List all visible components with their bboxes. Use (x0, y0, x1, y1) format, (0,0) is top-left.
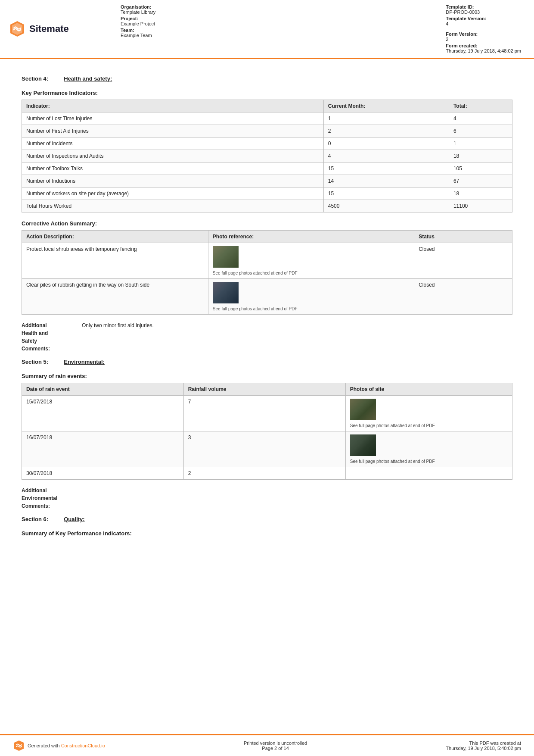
footer-link[interactable]: ConstructionCloud.io (61, 743, 105, 748)
rain-date-3: 30/07/2018 (22, 467, 184, 480)
ca-photo-2: See full page photos attached at end of … (208, 279, 414, 315)
rain-events-table: Date of rain event Rainfall volume Photo… (22, 383, 512, 480)
rain-thumbnail-2 (350, 434, 376, 456)
rain-thumbnail-1 (350, 399, 376, 420)
kpi-cell-0-0: Number of Lost Time Injuries (22, 112, 324, 125)
sitemate-logo-icon (9, 20, 26, 37)
form-created-row: Form created: Thursday, 19 July 2018, 4:… (446, 43, 521, 53)
table-row: 15/07/2018 7 See full page photos attach… (22, 396, 512, 431)
rain-photo-1: See full page photos attached at end of … (345, 396, 512, 431)
section5-heading: Section 5: Environmental: (22, 359, 512, 365)
table-row: Clear piles of rubbish getting in the wa… (22, 279, 512, 315)
kpi-cell-0-1: 1 (323, 112, 449, 125)
template-version-row: Template Version: 4 Form Version: 2 (446, 16, 521, 42)
kpi-cell-5-0: Number of Inductions (22, 175, 324, 187)
rain-col-photos: Photos of site (345, 383, 512, 396)
summary-kpi-heading: Summary of Key Performance Indicators: (22, 530, 512, 537)
kpi-cell-5-2: 67 (449, 175, 512, 187)
kpi-cell-3-1: 4 (323, 150, 449, 162)
table-row: Protect local shrub areas with temporary… (22, 243, 512, 279)
logo-area: Sitemate (9, 4, 95, 53)
page: Sitemate Organisation: Template Library … (0, 0, 534, 756)
rain-events-heading: Summary of rain events: (22, 373, 512, 379)
kpi-cell-1-2: 6 (449, 125, 512, 137)
ca-col-status: Status (414, 231, 512, 243)
header-meta-left: Organisation: Template Library Project: … (121, 4, 155, 53)
section4-heading: Section 4: Health and safety: (22, 75, 512, 82)
kpi-col-total: Total: (449, 100, 512, 112)
kpi-cell-7-2: 11100 (449, 200, 512, 212)
kpi-cell-6-0: Number of workers on site per day (avera… (22, 187, 324, 200)
kpi-cell-2-0: Number of Incidents (22, 137, 324, 150)
kpi-cell-2-2: 1 (449, 137, 512, 150)
rain-photo-caption-1: See full page photos attached at end of … (350, 423, 508, 428)
rain-photo-2: See full page photos attached at end of … (345, 431, 512, 467)
ca-col-photo: Photo reference: (208, 231, 414, 243)
ca-photo-1: See full page photos attached at end of … (208, 243, 414, 279)
svg-marker-2 (14, 740, 24, 751)
kpi-heading: Key Performance Indicators: (22, 90, 512, 96)
kpi-cell-5-1: 14 (323, 175, 449, 187)
footer-created-text: This PDF was created at (446, 740, 521, 746)
header: Sitemate Organisation: Template Library … (0, 0, 534, 59)
additional-environmental: AdditionalEnvironmentalComments: (22, 487, 512, 510)
ca-status-2: Closed (414, 279, 512, 315)
rain-volume-1: 7 (183, 396, 345, 431)
footer-logo-icon (13, 740, 25, 752)
kpi-cell-3-2: 18 (449, 150, 512, 162)
kpi-cell-6-2: 18 (449, 187, 512, 200)
table-row: Number of Lost Time Injuries14 (22, 112, 512, 125)
table-row: Total Hours Worked450011100 (22, 200, 512, 212)
kpi-col-indicator: Indicator: (22, 100, 324, 112)
corrective-action-heading: Corrective Action Summary: (22, 220, 512, 227)
footer-page: Page 2 of 14 (244, 746, 307, 751)
kpi-cell-4-2: 105 (449, 162, 512, 175)
kpi-cell-1-1: 2 (323, 125, 449, 137)
ca-photo-caption-1: See full page photos attached at end of … (213, 271, 410, 275)
kpi-col-current-month: Current Month: (323, 100, 449, 112)
rain-volume-2: 3 (183, 431, 345, 467)
kpi-cell-7-0: Total Hours Worked (22, 200, 324, 212)
rain-photo-caption-2: See full page photos attached at end of … (350, 459, 508, 464)
photo-thumbnail-2 (213, 282, 239, 303)
footer-right: This PDF was created at Thursday, 19 Jul… (446, 740, 521, 751)
main-content: Section 4: Health and safety: Key Perfor… (0, 59, 534, 734)
rain-photo-3 (345, 467, 512, 480)
team-row: Team: Example Team (121, 28, 155, 38)
table-row: 30/07/2018 2 (22, 467, 512, 480)
logo-text: Sitemate (29, 23, 69, 34)
rain-col-date: Date of rain event (22, 383, 184, 396)
ca-status-1: Closed (414, 243, 512, 279)
footer-logo-area: Generated with ConstructionCloud.io (13, 740, 105, 752)
rain-date-1: 15/07/2018 (22, 396, 184, 431)
table-row: Number of Inspections and Audits418 (22, 150, 512, 162)
footer-created-date: Thursday, 19 July 2018, 5:40:02 pm (446, 746, 521, 751)
rain-volume-3: 2 (183, 467, 345, 480)
ca-col-action: Action Description: (22, 231, 208, 243)
rain-col-volume: Rainfall volume (183, 383, 345, 396)
table-row: Number of Incidents01 (22, 137, 512, 150)
additional-hs-label: AdditionalHealth andSafetyComments: (22, 322, 78, 353)
table-row: Number of workers on site per day (avera… (22, 187, 512, 200)
additional-health-safety: AdditionalHealth andSafetyComments: Only… (22, 322, 512, 353)
corrective-action-table: Action Description: Photo reference: Sta… (22, 230, 512, 315)
additional-hs-value: Only two minor first aid injuries. (82, 322, 154, 353)
footer-generated-text: Generated with ConstructionCloud.io (28, 743, 105, 748)
template-id-row: Template ID: DP-PROD-0003 (446, 4, 521, 15)
rain-date-2: 16/07/2018 (22, 431, 184, 467)
table-row: Number of First Aid Injuries26 (22, 125, 512, 137)
kpi-cell-6-1: 15 (323, 187, 449, 200)
ca-photo-caption-2: See full page photos attached at end of … (213, 306, 410, 311)
ca-action-2: Clear piles of rubbish getting in the wa… (22, 279, 208, 315)
section6-heading: Section 6: Quality: (22, 516, 512, 522)
table-row: 16/07/2018 3 See full page photos attach… (22, 431, 512, 467)
kpi-cell-2-1: 0 (323, 137, 449, 150)
kpi-cell-4-1: 15 (323, 162, 449, 175)
table-row: Number of Toolbox Talks15105 (22, 162, 512, 175)
kpi-cell-3-0: Number of Inspections and Audits (22, 150, 324, 162)
footer: Generated with ConstructionCloud.io Prin… (0, 734, 534, 756)
organisation-row: Organisation: Template Library (121, 4, 155, 15)
kpi-cell-4-0: Number of Toolbox Talks (22, 162, 324, 175)
kpi-cell-0-2: 4 (449, 112, 512, 125)
project-row: Project: Example Project (121, 16, 155, 26)
